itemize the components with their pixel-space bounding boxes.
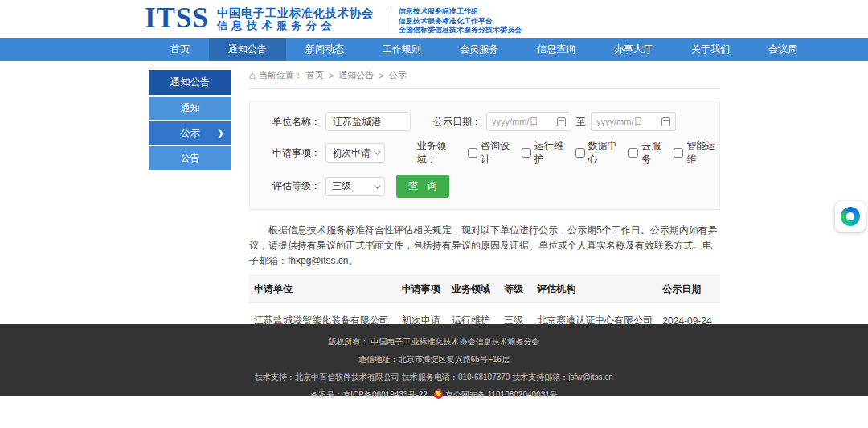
sidebar-item-announcement[interactable]: 公告 xyxy=(149,146,231,170)
org-name-line2: 信息技术服务分会 xyxy=(217,19,374,32)
main-nav: 首页 通知公告 新闻动态 工作规则 会员服务 信息查询 办事大厅 关于我们 会议… xyxy=(0,38,868,61)
search-form: 单位名称： 江苏盐城港 公示日期： yyyy/mm/日 至 yyyy/mm/日 xyxy=(249,101,720,210)
apply-type-group: 申请事项： 初次申请 xyxy=(272,143,417,163)
apply-type-label: 申请事项： xyxy=(272,146,321,160)
col-header-date: 公示日期 xyxy=(657,276,720,303)
sidebar-header-notices: 通知公告 xyxy=(149,70,231,95)
header-divider xyxy=(387,8,387,32)
nav-item-members[interactable]: 会员服务 xyxy=(440,38,518,61)
checkbox-label: 咨询设计 xyxy=(481,139,514,167)
site-footer: 版权所有： 中国电子工业标准化技术协会信息技术服务分会 通信地址：北京市海淀区复… xyxy=(0,324,868,396)
sidebar-item-publicity[interactable]: 公示 ❯ xyxy=(149,121,231,145)
date-start-placeholder: yyyy/mm/日 xyxy=(492,116,538,128)
nav-item-news[interactable]: 新闻动态 xyxy=(286,38,363,61)
brand: ITSS 中国电子工业标准化技术协会 信息技术服务分会 信息技术服务标准工作组 … xyxy=(145,2,522,35)
table-header-row: 申请单位 申请事项 业务领域 等级 评估机构 公示日期 xyxy=(249,276,720,303)
business-domain-label: 业务领域： xyxy=(417,139,460,167)
date-label: 公示日期： xyxy=(433,115,481,129)
nav-item-conference[interactable]: 会议周 xyxy=(749,38,817,61)
checkbox-icon[interactable] xyxy=(468,148,477,158)
col-header-assessor: 评估机构 xyxy=(532,276,657,303)
level-label: 评估等级： xyxy=(272,179,321,193)
floating-extension-button[interactable] xyxy=(835,201,866,232)
police-badge-icon xyxy=(434,389,443,399)
checkbox-consulting-design[interactable]: 咨询设计 xyxy=(468,139,514,167)
breadcrumb-publicity[interactable]: 公示 xyxy=(389,69,407,81)
itss-logo: ITSS xyxy=(145,2,209,35)
org-name-line1: 中国电子工业标准化技术协会 xyxy=(217,6,374,19)
level-value: 三级 xyxy=(332,179,351,193)
unit-name-input[interactable]: 江苏盐城港 xyxy=(326,112,411,131)
unit-name-label: 单位名称： xyxy=(272,115,321,129)
breadcrumb-divider xyxy=(249,88,720,89)
checkbox-icon[interactable] xyxy=(674,148,683,158)
chevron-right-icon: ❯ xyxy=(217,121,224,145)
sidebar-item-publicity-label: 公示 xyxy=(181,127,200,138)
breadcrumb-notices[interactable]: 通知公告 xyxy=(338,69,374,81)
nav-item-about[interactable]: 关于我们 xyxy=(672,38,749,61)
header-subtitle-2: 信息技术服务标准化工作平台 xyxy=(399,17,522,27)
breadcrumb: ⌂ 当前位置： 首页 > 通知公告 > 公示 xyxy=(249,69,720,81)
nav-item-notices[interactable]: 通知公告 xyxy=(209,38,286,61)
col-header-applicant: 申请单位 xyxy=(249,276,397,303)
unit-name-group: 单位名称： 江苏盐城港 xyxy=(272,112,433,131)
footer-icp: 备案号：京ICP备06019433号-22 xyxy=(310,390,428,399)
footer-support: 技术支持：北京中百信软件技术有限公司 技术服务电话：010-68107370 技… xyxy=(0,368,868,386)
col-header-apply-type: 申请事项 xyxy=(397,276,447,303)
checkbox-icon[interactable] xyxy=(628,148,638,158)
breadcrumb-prefix: 当前位置： xyxy=(259,69,303,81)
checkbox-cloud-service[interactable]: 云服务 xyxy=(628,139,665,167)
main-area: 通知公告 通知 公示 ❯ 公告 ⌂ 当前位置： 首页 > 通知公告 > 公示 单… xyxy=(0,61,868,324)
form-row-1: 单位名称： 江苏盐城港 公示日期： yyyy/mm/日 至 yyyy/mm/日 xyxy=(272,112,719,131)
footer-record: 备案号：京ICP备06019433号-22京公网安备 1101080204003… xyxy=(0,386,868,404)
calendar-icon[interactable] xyxy=(557,117,566,126)
checkbox-label: 智能运维 xyxy=(686,139,719,167)
nav-item-service-hall[interactable]: 办事大厅 xyxy=(595,38,672,61)
checkbox-icon[interactable] xyxy=(575,148,585,158)
chevron-down-icon xyxy=(374,148,380,154)
search-button[interactable]: 查 询 xyxy=(396,175,449,198)
form-row-2: 申请事项： 初次申请 业务领域： 咨询设计 运行维护 数据中心 云服务 智能运维 xyxy=(272,139,719,167)
breadcrumb-home[interactable]: 首页 xyxy=(306,69,324,81)
checkbox-label: 云服务 xyxy=(641,139,665,167)
footer-address: 通信地址：北京市海淀区复兴路65号F16层 xyxy=(0,351,868,368)
date-start-input[interactable]: yyyy/mm/日 xyxy=(486,112,571,131)
breadcrumb-separator: > xyxy=(379,71,383,80)
sidebar-item-notice[interactable]: 通知 xyxy=(149,97,231,120)
checkbox-data-center[interactable]: 数据中心 xyxy=(575,139,621,167)
header-subtitle-3: 全国信标委信息技术服务分技术委员会 xyxy=(399,26,522,35)
nav-item-info-query[interactable]: 信息查询 xyxy=(518,38,595,61)
footer-copyright: 版权所有： 中国电子工业标准化技术协会信息技术服务分会 xyxy=(0,333,868,351)
date-end-input[interactable]: yyyy/mm/日 xyxy=(591,112,676,131)
date-end-placeholder: yyyy/mm/日 xyxy=(596,116,642,128)
breadcrumb-separator: > xyxy=(329,71,334,80)
sidebar: 通知公告 通知 公示 ❯ 公告 xyxy=(149,70,231,170)
header-subtitles: 信息技术服务标准工作组 信息技术服务标准化工作平台 全国信标委信息技术服务分技术… xyxy=(399,2,522,35)
col-header-level: 等级 xyxy=(499,276,532,303)
col-header-domain: 业务领域 xyxy=(447,276,499,303)
swirl-logo-icon xyxy=(841,207,860,226)
apply-type-value: 初次申请 xyxy=(332,146,371,160)
form-row-3: 评估等级： 三级 查 询 xyxy=(272,175,719,198)
checkbox-label: 数据中心 xyxy=(588,139,621,167)
site-header: ITSS 中国电子工业标准化技术协会 信息技术服务分会 信息技术服务标准工作组 … xyxy=(0,0,868,38)
footer-police[interactable]: 京公网安备 11010802040031号 xyxy=(445,390,558,399)
chevron-down-icon xyxy=(374,182,380,188)
org-name: 中国电子工业标准化技术协会 信息技术服务分会 xyxy=(217,2,374,32)
checkbox-operation-maintenance[interactable]: 运行维护 xyxy=(522,139,567,167)
nav-item-home[interactable]: 首页 xyxy=(151,38,209,61)
calendar-icon[interactable] xyxy=(661,117,670,126)
nav-item-rules[interactable]: 工作规则 xyxy=(363,38,440,61)
checkbox-icon[interactable] xyxy=(522,148,531,158)
apply-type-select[interactable]: 初次申请 xyxy=(326,143,385,163)
home-icon: ⌂ xyxy=(249,71,256,80)
business-domain-group: 业务领域： 咨询设计 运行维护 数据中心 云服务 智能运维 xyxy=(417,139,719,167)
date-to-label: 至 xyxy=(576,115,586,129)
level-group: 评估等级： 三级 查 询 xyxy=(272,175,449,198)
date-range-group: 公示日期： yyyy/mm/日 至 yyyy/mm/日 xyxy=(433,112,676,131)
header-subtitle-1: 信息技术服务标准工作组 xyxy=(399,7,522,17)
checkbox-label: 运行维护 xyxy=(534,139,567,167)
publicity-notice-text: 根据信息技术服务标准符合性评估相关规定，现对以下单位进行公示，公示期5个工作日。… xyxy=(249,223,720,269)
level-select[interactable]: 三级 xyxy=(326,177,385,196)
checkbox-intelligent-operation[interactable]: 智能运维 xyxy=(674,139,719,167)
